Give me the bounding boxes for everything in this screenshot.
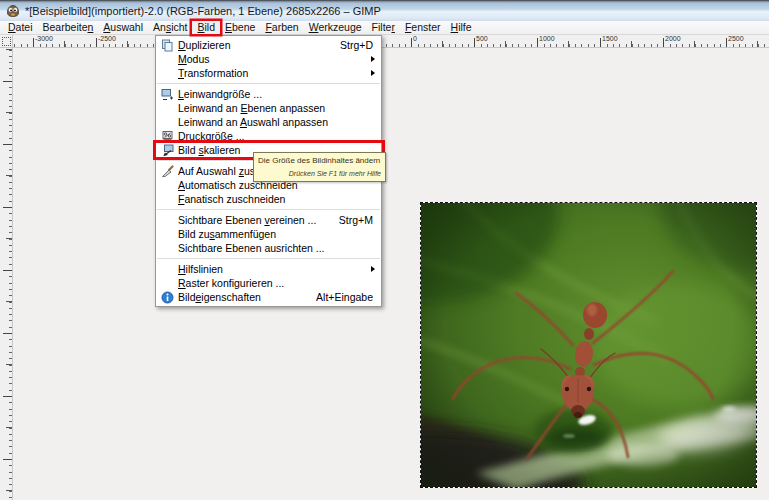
window-title: *[Beispielbild](importiert)-2.0 (RGB-Far… bbox=[25, 5, 381, 17]
tooltip: Die Größe des Bildinhaltes ändern Drücke… bbox=[253, 152, 386, 182]
scale-icon bbox=[156, 144, 178, 157]
menubar-item-fenster[interactable]: Fenster bbox=[400, 21, 446, 34]
menubar-item-werkzeuge[interactable]: Werkzeuge bbox=[304, 21, 367, 34]
menubar-item-farben[interactable]: Farben bbox=[260, 21, 303, 34]
menubar-item-hilfe[interactable]: Hilfe bbox=[446, 21, 477, 34]
hruler-label: -2500 bbox=[98, 35, 116, 42]
menubar-item-label: H bbox=[451, 21, 459, 33]
menu-item-druckgroesse[interactable]: Druckgröße ... bbox=[156, 129, 381, 143]
menubar-item-filter[interactable]: Filter bbox=[367, 21, 400, 34]
gimp-window: *[Beispielbild](importiert)-2.0 (RGB-Far… bbox=[0, 0, 769, 500]
menu-item-label: Sichtbare Ebenen vereinen ... bbox=[178, 214, 339, 226]
hruler-label: 1000 bbox=[539, 35, 555, 42]
menu-item-modus[interactable]: Modus bbox=[156, 52, 381, 66]
dashed-square-icon bbox=[2, 37, 11, 46]
menu-item-label: Modus bbox=[178, 53, 371, 65]
info-icon bbox=[156, 291, 178, 304]
menu-separator bbox=[157, 209, 380, 210]
menubar-item-label: Bearbeite bbox=[43, 21, 88, 33]
submenu-arrow-icon bbox=[371, 70, 375, 76]
menubar-item-ansicht[interactable]: Ansicht bbox=[148, 21, 192, 34]
menubar-item-label: uswahl bbox=[110, 21, 143, 33]
menubar-item-label: Filte bbox=[372, 21, 392, 33]
menubar-item-bearbeiten[interactable]: Bearbeiten bbox=[38, 21, 99, 34]
menubar-item-auswahl[interactable]: Auswahl bbox=[98, 21, 148, 34]
menu-item-transformation[interactable]: Transformation bbox=[156, 66, 381, 80]
canvas-area[interactable] bbox=[13, 48, 769, 500]
grid-icon bbox=[156, 277, 178, 290]
menu-item-hilfslinien[interactable]: Hilfslinien bbox=[156, 262, 381, 276]
menu-bar: DateiBearbeitenAuswahlAnsichtBildEbeneFa… bbox=[0, 21, 769, 35]
submenu-arrow-icon bbox=[371, 56, 375, 62]
menu-item-raster-konfigurieren[interactable]: Raster konfigurieren ... bbox=[156, 276, 381, 290]
menu-item-label: Raster konfigurieren ... bbox=[178, 277, 381, 289]
menubar-item-label: An bbox=[153, 21, 166, 33]
menu-item-label: Hilfslinien bbox=[178, 263, 371, 275]
menu-item-leinwandgroesse[interactable]: Leinwandgröße ... bbox=[156, 87, 381, 101]
menubar-item-label: n bbox=[87, 21, 93, 33]
menu-item-bildeigenschaften[interactable]: BildeigenschaftenAlt+Eingabe bbox=[156, 290, 381, 304]
canvas-size-icon bbox=[156, 88, 178, 101]
image-layer-boundary[interactable] bbox=[420, 202, 757, 488]
menu-item-label: Leinwandgröße ... bbox=[178, 88, 381, 100]
menu-separator bbox=[157, 258, 380, 259]
ant-on-leaf-photo bbox=[421, 203, 756, 487]
menubar-item-label: D bbox=[8, 21, 16, 33]
menu-item-label: Leinwand an Auswahl anpassen bbox=[178, 116, 381, 128]
menu-item-label: Duplizieren bbox=[178, 39, 340, 51]
menubar-item-label: W bbox=[309, 21, 319, 33]
menu-item-bild-zusammenfuegen[interactable]: Bild zusammenfügen bbox=[156, 227, 381, 241]
tooltip-help-hint: Drücken Sie F1 für mehr Hilfe bbox=[258, 170, 381, 178]
tooltip-text: Die Größe des Bildinhaltes ändern bbox=[258, 156, 381, 166]
menu-item-label: Bildeigenschaften bbox=[178, 291, 316, 303]
menu-item-shortcut: Strg+D bbox=[340, 39, 381, 51]
menu-item-label: Fanatisch zuschneiden bbox=[178, 193, 381, 205]
crop-icon bbox=[156, 165, 178, 178]
print-size-icon bbox=[156, 130, 178, 143]
menu-item-sichtbare-ebenen-vereinen[interactable]: Sichtbare Ebenen vereinen ...Strg+M bbox=[156, 213, 381, 227]
menu-item-label: Druckgröße ... bbox=[178, 130, 381, 142]
menu-item-shortcut: Alt+Eingabe bbox=[316, 291, 381, 303]
hruler-label: 2500 bbox=[728, 35, 744, 42]
menu-item-leinwand-an-auswahl-anpassen[interactable]: Leinwand an Auswahl anpassen bbox=[156, 115, 381, 129]
hruler-label: 0 bbox=[413, 35, 417, 42]
menubar-item-bild[interactable]: Bild bbox=[192, 21, 220, 34]
title-bar[interactable]: *[Beispielbild](importiert)-2.0 (RGB-Far… bbox=[0, 0, 769, 21]
menu-item-label: Bild zusammenfügen bbox=[178, 228, 381, 240]
menu-item-duplizieren[interactable]: DuplizierenStrg+D bbox=[156, 38, 381, 52]
menu-separator bbox=[157, 83, 380, 84]
ruler-corner-button[interactable] bbox=[0, 35, 13, 48]
menu-item-leinwand-an-ebenen-anpassen[interactable]: Leinwand an Ebenen anpassen bbox=[156, 101, 381, 115]
menubar-item-label: enster bbox=[411, 21, 440, 33]
menu-item-label: Transformation bbox=[178, 67, 371, 79]
gimp-wilber-icon bbox=[6, 4, 20, 18]
submenu-arrow-icon bbox=[371, 266, 375, 272]
hruler-label: 2000 bbox=[665, 35, 681, 42]
copy-icon bbox=[156, 39, 178, 52]
menubar-item-label: bene bbox=[232, 21, 255, 33]
menubar-item-label: E bbox=[225, 21, 232, 33]
menubar-item-label: atei bbox=[16, 21, 33, 33]
menu-item-label: Sichtbare Ebenen ausrichten ... bbox=[178, 242, 381, 254]
menubar-item-label: r bbox=[391, 21, 395, 33]
horizontal-ruler[interactable]: -3000-2500-2000-1500-1000-50005001000150… bbox=[13, 35, 769, 48]
menubar-item-datei[interactable]: Datei bbox=[3, 21, 38, 34]
vertical-ruler[interactable]: -1500-1000-500050010001500 bbox=[0, 48, 13, 500]
menu-item-shortcut: Strg+M bbox=[339, 214, 381, 226]
menu-item-sichtbare-ebenen-ausrichten[interactable]: Sichtbare Ebenen ausrichten ... bbox=[156, 241, 381, 255]
menubar-item-label: erkzeuge bbox=[318, 21, 361, 33]
hruler-label: 500 bbox=[476, 35, 488, 42]
menu-item-label: Leinwand an Ebenen anpassen bbox=[178, 102, 381, 114]
hruler-label: 1500 bbox=[602, 35, 618, 42]
menu-item-fanatisch-zuschneiden[interactable]: Fanatisch zuschneiden bbox=[156, 192, 381, 206]
menubar-item-label: ild bbox=[204, 21, 215, 33]
menubar-item-ebene[interactable]: Ebene bbox=[220, 21, 260, 34]
menubar-item-label: ilfe bbox=[458, 21, 471, 33]
hruler-label: -3000 bbox=[35, 35, 53, 42]
menubar-item-label: arben bbox=[272, 21, 299, 33]
menubar-item-label: icht bbox=[171, 21, 187, 33]
